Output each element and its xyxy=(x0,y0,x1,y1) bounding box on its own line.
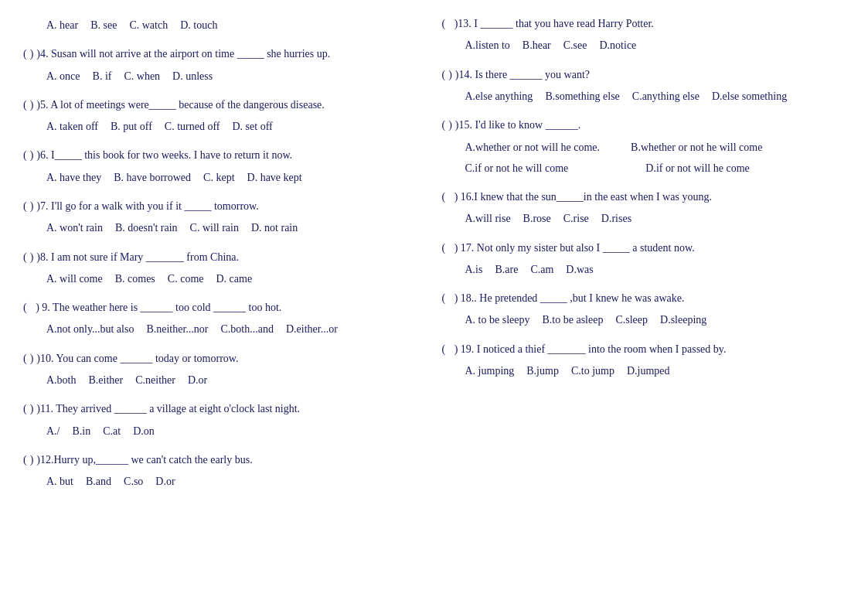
q8-opt-d: D. came xyxy=(216,269,252,288)
q17-text: ) 17. Not only my sister but also I ____… xyxy=(454,240,695,257)
q17-options: A.is B.are C.am D.was xyxy=(465,260,846,279)
q15-text: )15. I'd like to know ______. xyxy=(455,117,580,134)
q5-opt-c: C. turned off xyxy=(165,117,220,136)
bracket-open: ( xyxy=(23,97,27,114)
bracket-open: ( xyxy=(442,67,446,84)
q16-options: A.will rise B.rose C.rise D.rises xyxy=(465,209,846,228)
question-block-4: ( ) )4. Susan will not arrive at the air… xyxy=(23,46,427,87)
q4-opt-c: C. when xyxy=(124,67,160,86)
bracket-close xyxy=(448,341,451,358)
q16-text: ) 16.I knew that the sun_____in the east… xyxy=(454,189,712,206)
q12-opt-d: D.or xyxy=(155,472,175,491)
bracket-open: ( xyxy=(23,198,27,215)
q9-text: ) 9. The weather here is ______ too cold… xyxy=(36,299,281,316)
bracket-close: ) xyxy=(30,147,34,164)
question-line-14: ( ) )14. Is there ______ you want? xyxy=(442,67,846,84)
q5-text: )5. A lot of meetings were_____ because … xyxy=(36,97,324,114)
q7-opt-a: A. won't rain xyxy=(46,218,103,237)
q7-text: )7. I'll go for a walk with you if it __… xyxy=(36,198,258,215)
q8-opt-a: A. will come xyxy=(46,269,103,288)
bracket-close xyxy=(448,290,451,307)
q17-opt-b: B.are xyxy=(495,260,518,279)
bracket-open: ( xyxy=(23,452,27,469)
option-b: B. see xyxy=(90,15,117,35)
q13-text: )13. I ______ that you have read Harry P… xyxy=(454,15,654,32)
q16-opt-a: A.will rise xyxy=(465,209,511,228)
q14-opt-c: C.anything else xyxy=(632,87,700,106)
bracket-open: ( xyxy=(442,15,446,32)
option-d: D. touch xyxy=(180,15,217,35)
q12-opt-c: C.so xyxy=(124,472,143,491)
q17-opt-d: D.was xyxy=(566,260,593,279)
q4-opt-b: B. if xyxy=(93,67,112,86)
q9-opt-b: B.neither...nor xyxy=(146,319,208,339)
q19-opt-c: C.to jump xyxy=(571,361,614,380)
bracket-close: ) xyxy=(30,350,34,367)
bracket-open: ( xyxy=(23,350,27,367)
q6-opt-b: B. have borrowed xyxy=(114,168,191,187)
question-line-5: ( ) )5. A lot of meetings were_____ beca… xyxy=(23,97,427,114)
q6-text: )6. I_____ this book for two weeks. I ha… xyxy=(36,147,292,164)
q18-opt-b: B.to be asleep xyxy=(542,310,603,329)
q10-opt-b: B.either xyxy=(89,370,124,390)
bracket-close: ) xyxy=(30,198,34,215)
q9-options: A.not only...but also B.neither...nor C.… xyxy=(46,319,427,339)
options-line: A. hear B. see C. watch D. touch xyxy=(46,15,427,35)
bracket-close: ) xyxy=(30,401,34,418)
q6-opt-d: D. have kept xyxy=(247,168,302,187)
q11-opt-a: A./ xyxy=(46,421,60,441)
q8-opt-b: B. comes xyxy=(115,269,155,288)
q14-options: A.else anything B.something else C.anyth… xyxy=(465,87,846,106)
bracket-close xyxy=(30,299,33,316)
bracket-close xyxy=(448,189,451,206)
page: A. hear B. see C. watch D. touch ( ) )4.… xyxy=(23,15,845,499)
q7-opt-c: C. will rain xyxy=(190,218,239,237)
q13-opt-c: C.see xyxy=(563,36,587,55)
q12-options: A. but B.and C.so D.or xyxy=(46,472,427,491)
q4-opt-d: D. unless xyxy=(172,67,213,86)
q15-options-row2: C.if or not he will come D.if or not wil… xyxy=(465,159,846,178)
q10-opt-a: A.both xyxy=(46,370,77,390)
question-block-7: ( ) )7. I'll go for a walk with you if i… xyxy=(23,198,427,240)
q12-opt-a: A. but xyxy=(46,472,73,491)
q7-options: A. won't rain B. doesn't rain C. will ra… xyxy=(46,218,427,237)
q10-opt-c: C.neither xyxy=(135,370,175,390)
q11-opt-c: C.at xyxy=(103,421,121,441)
q13-options: A.listen to B.hear C.see D.notice xyxy=(465,36,846,55)
q19-text: ) 19. I noticed a thief _______ into the… xyxy=(454,341,727,358)
question-line-4: ( ) )4. Susan will not arrive at the air… xyxy=(23,46,427,63)
bracket-open: ( xyxy=(442,240,446,257)
bracket-open: ( xyxy=(23,299,27,316)
q18-options: A. to be sleepy B.to be asleep C.sleep D… xyxy=(465,310,846,329)
q8-options: A. will come B. comes C. come D. came xyxy=(46,269,427,288)
bracket-close: ) xyxy=(448,117,452,134)
q4-opt-a: A. once xyxy=(46,67,80,86)
q18-opt-c: C.sleep xyxy=(615,310,648,329)
q14-opt-b: B.something else xyxy=(545,87,619,106)
question-block-9: ( ) 9. The weather here is ______ too co… xyxy=(23,299,427,341)
q19-options: A. jumping B.jump C.to jump D.jumped xyxy=(465,361,846,380)
question-block-options-only: A. hear B. see C. watch D. touch xyxy=(23,15,427,36)
question-block-19: ( ) 19. I noticed a thief _______ into t… xyxy=(442,341,846,383)
q6-options: A. have they B. have borrowed C. kept D.… xyxy=(46,168,427,187)
q5-opt-b: B. put off xyxy=(111,117,152,136)
q15-options-row1: A.whether or not will he come. B.whether… xyxy=(465,138,846,157)
bracket-close: ) xyxy=(448,67,452,84)
question-block-11: ( ) )11. They arrived ______ a village a… xyxy=(23,401,427,442)
q13-opt-a: A.listen to xyxy=(465,36,510,55)
question-line-8: ( ) )8. I am not sure if Mary _______ fr… xyxy=(23,249,427,266)
q14-text: )14. Is there ______ you want? xyxy=(455,67,590,84)
q8-opt-c: C. come xyxy=(168,269,204,288)
q11-text: )11. They arrived ______ a village at ei… xyxy=(36,401,300,418)
q15-opt-d: D.if or not will he come xyxy=(645,159,750,178)
bracket-open: ( xyxy=(442,117,446,134)
q18-opt-a: A. to be sleepy xyxy=(465,310,530,329)
question-line-6: ( ) )6. I_____ this book for two weeks. … xyxy=(23,147,427,164)
question-block-16: ( ) 16.I knew that the sun_____in the ea… xyxy=(442,189,846,230)
q8-text: )8. I am not sure if Mary _______ from C… xyxy=(36,249,239,266)
bracket-close: ) xyxy=(30,46,34,63)
q10-text: )10. You can come ______ today or tomorr… xyxy=(36,350,238,367)
option-a: A. hear xyxy=(46,15,78,35)
left-column: A. hear B. see C. watch D. touch ( ) )4.… xyxy=(23,15,427,499)
q10-options: A.both B.either C.neither D.or xyxy=(46,370,427,390)
